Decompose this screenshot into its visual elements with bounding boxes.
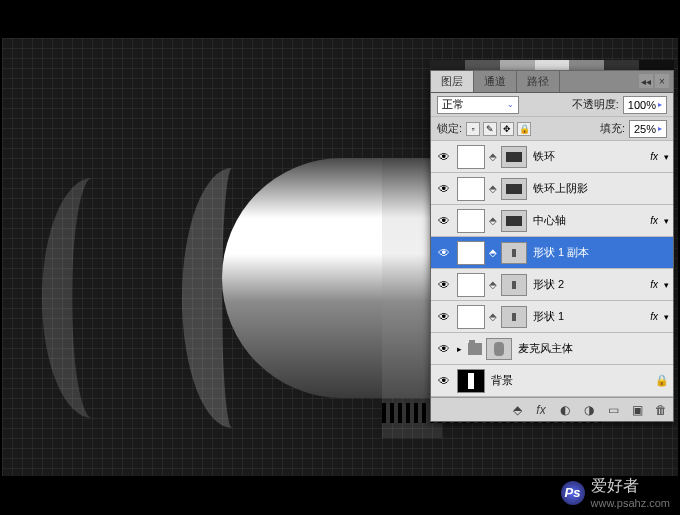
visibility-icon[interactable]: 👁: [435, 340, 453, 358]
layer-name[interactable]: 铁环: [531, 149, 646, 164]
lock-row: 锁定: ▫ ✎ ✥ 🔒 填充: 25% ▸: [431, 117, 673, 141]
visibility-icon[interactable]: 👁: [435, 308, 453, 326]
fx-badge[interactable]: fx: [650, 279, 658, 290]
layer-row[interactable]: 👁 ⬘ 铁环上阴影: [431, 173, 673, 205]
new-layer-icon[interactable]: ▣: [629, 403, 645, 417]
adjustment-icon[interactable]: ◑: [581, 403, 597, 417]
tab-layers[interactable]: 图层: [431, 71, 474, 92]
blend-mode-value: 正常: [442, 97, 464, 112]
chevron-right-icon: ▸: [658, 124, 662, 133]
opacity-label: 不透明度:: [572, 97, 619, 112]
blend-row: 正常 ⌄ 不透明度: 100% ▸: [431, 93, 673, 117]
layer-list: 👁 ⬘ 铁环 fx ▾ 👁 ⬘ 铁环上阴影 👁 ⬘ 中心轴 fx ▾ 👁: [431, 141, 673, 397]
layer-thumb[interactable]: [457, 145, 485, 169]
watermark: Ps 爱好者 www.psahz.com: [561, 476, 670, 509]
layer-row[interactable]: 👁 ⬘ 形状 1 副本: [431, 237, 673, 269]
fill-input[interactable]: 25% ▸: [629, 120, 667, 138]
layer-name[interactable]: 麦克风主体: [516, 341, 669, 356]
folder-icon: [468, 343, 482, 355]
new-group-icon[interactable]: ▭: [605, 403, 621, 417]
layer-mask[interactable]: [501, 274, 527, 296]
layer-row[interactable]: 👁 ⬘ 中心轴 fx ▾: [431, 205, 673, 237]
layers-panel: 图层 通道 路径 ◂◂ × 正常 ⌄ 不透明度: 100% ▸ 锁定: ▫ ✎ …: [430, 70, 674, 422]
visibility-icon[interactable]: 👁: [435, 180, 453, 198]
layer-mask[interactable]: [486, 338, 512, 360]
fx-badge[interactable]: fx: [650, 215, 658, 226]
layer-thumb[interactable]: [457, 305, 485, 329]
link-icon[interactable]: ⬘: [489, 183, 497, 194]
layer-thumb[interactable]: [457, 369, 485, 393]
layer-name[interactable]: 背景: [489, 373, 651, 388]
layer-mask[interactable]: [501, 210, 527, 232]
blend-mode-dropdown[interactable]: 正常 ⌄: [437, 96, 519, 114]
watermark-logo: Ps: [561, 481, 585, 505]
fx-icon[interactable]: fx: [533, 403, 549, 417]
layer-thumb[interactable]: [457, 177, 485, 201]
layer-name[interactable]: 形状 1: [531, 309, 646, 324]
layer-mask[interactable]: [501, 178, 527, 200]
lock-all-icon[interactable]: 🔒: [517, 122, 531, 136]
fx-badge[interactable]: fx: [650, 311, 658, 322]
visibility-icon[interactable]: 👁: [435, 148, 453, 166]
layer-thumb[interactable]: [457, 273, 485, 297]
link-icon[interactable]: ⬘: [489, 311, 497, 322]
layer-name[interactable]: 铁环上阴影: [531, 181, 669, 196]
fx-expand-icon[interactable]: ▾: [664, 312, 669, 322]
layer-row-background[interactable]: 👁 背景 🔒: [431, 365, 673, 397]
layer-thumb[interactable]: [457, 209, 485, 233]
lock-icon: 🔒: [655, 374, 669, 387]
fill-value: 25%: [634, 123, 656, 135]
lock-transparency-icon[interactable]: ▫: [466, 122, 480, 136]
tab-paths[interactable]: 路径: [517, 71, 560, 92]
layer-mask[interactable]: [501, 306, 527, 328]
watermark-title: 爱好者: [591, 476, 670, 497]
link-icon[interactable]: ⬘: [489, 247, 497, 258]
layer-mask[interactable]: [501, 242, 527, 264]
layer-thumb[interactable]: [457, 241, 485, 265]
shape-arc-1: [42, 178, 142, 418]
opacity-input[interactable]: 100% ▸: [623, 96, 667, 114]
fx-expand-icon[interactable]: ▾: [664, 280, 669, 290]
watermark-url: www.psahz.com: [591, 497, 670, 509]
layer-name[interactable]: 形状 1 副本: [531, 245, 669, 260]
fill-label: 填充:: [600, 121, 625, 136]
layer-mask[interactable]: [501, 146, 527, 168]
panel-tabs: 图层 通道 路径 ◂◂ ×: [431, 71, 673, 93]
visibility-icon[interactable]: 👁: [435, 212, 453, 230]
link-layers-icon[interactable]: ⬘: [509, 403, 525, 417]
chevron-right-icon: ▸: [658, 100, 662, 109]
layer-group-row[interactable]: 👁 ▸ 麦克风主体: [431, 333, 673, 365]
link-icon[interactable]: ⬘: [489, 151, 497, 162]
layer-name[interactable]: 形状 2: [531, 277, 646, 292]
lock-paint-icon[interactable]: ✎: [483, 122, 497, 136]
fx-expand-icon[interactable]: ▾: [664, 216, 669, 226]
visibility-icon[interactable]: 👁: [435, 276, 453, 294]
collapse-icon[interactable]: ◂◂: [639, 74, 653, 88]
tab-channels[interactable]: 通道: [474, 71, 517, 92]
mask-icon[interactable]: ◐: [557, 403, 573, 417]
group-expand-icon[interactable]: ▸: [457, 344, 462, 354]
link-icon[interactable]: ⬘: [489, 215, 497, 226]
trash-icon[interactable]: 🗑: [653, 403, 669, 417]
panel-footer: ⬘ fx ◐ ◑ ▭ ▣ 🗑: [431, 397, 673, 421]
link-icon[interactable]: ⬘: [489, 279, 497, 290]
lock-label: 锁定:: [437, 121, 462, 136]
layer-row[interactable]: 👁 ⬘ 形状 1 fx ▾: [431, 301, 673, 333]
close-icon[interactable]: ×: [655, 74, 669, 88]
layer-name[interactable]: 中心轴: [531, 213, 646, 228]
visibility-icon[interactable]: 👁: [435, 372, 453, 390]
chevron-down-icon: ⌄: [507, 100, 514, 109]
layer-row[interactable]: 👁 ⬘ 形状 2 fx ▾: [431, 269, 673, 301]
minimap-strip: [430, 60, 674, 70]
fx-expand-icon[interactable]: ▾: [664, 152, 669, 162]
lock-position-icon[interactable]: ✥: [500, 122, 514, 136]
fx-badge[interactable]: fx: [650, 151, 658, 162]
opacity-value: 100%: [628, 99, 656, 111]
layer-row[interactable]: 👁 ⬘ 铁环 fx ▾: [431, 141, 673, 173]
panel-window-controls: ◂◂ ×: [635, 71, 673, 92]
lock-icons: ▫ ✎ ✥ 🔒: [466, 122, 531, 136]
visibility-icon[interactable]: 👁: [435, 244, 453, 262]
